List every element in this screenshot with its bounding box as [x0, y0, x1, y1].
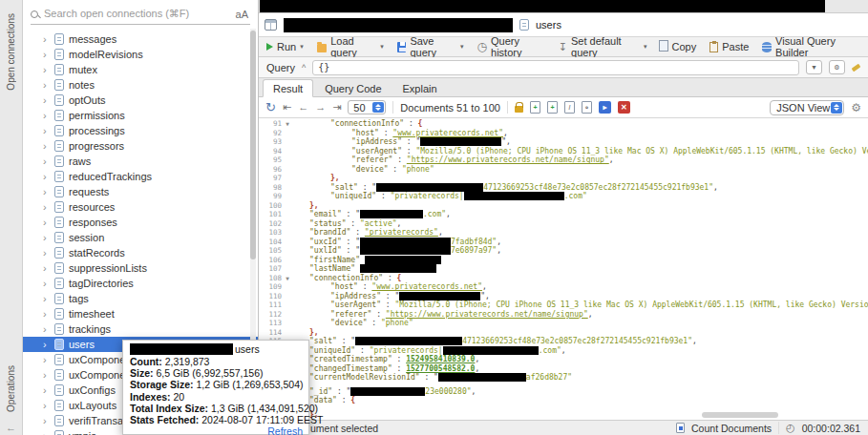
expand-chevron-icon[interactable]: › — [43, 309, 50, 320]
expand-chevron-icon[interactable]: › — [43, 279, 50, 289]
expand-chevron-icon[interactable]: › — [43, 111, 50, 121]
edit-document-icon[interactable] — [564, 101, 575, 114]
projection-filter-button[interactable]: ▼ — [806, 60, 822, 74]
gear-icon[interactable]: ⚙ — [851, 102, 861, 114]
expand-chevron-icon[interactable]: › — [43, 80, 50, 91]
expand-chevron-icon[interactable]: › — [43, 324, 50, 335]
sidebar-item-session[interactable]: ›session — [23, 230, 258, 245]
load-query-button[interactable]: Load query ▾ — [317, 35, 384, 58]
refresh-icon[interactable]: ↻ — [265, 101, 276, 114]
vertical-tab-operations[interactable]: Operations — [6, 365, 16, 412]
copy-button[interactable]: Copy — [661, 41, 697, 52]
fold-toggle-icon[interactable]: ▼ — [282, 275, 293, 281]
query-input[interactable]: {} — [312, 60, 799, 75]
expand-chevron-icon[interactable]: › — [43, 202, 50, 213]
tab-explain[interactable]: Explain — [393, 80, 447, 96]
expand-chevron-icon[interactable]: › — [43, 141, 50, 152]
tab-result[interactable]: Result — [263, 79, 313, 97]
sidebar-item-permissions[interactable]: ›permissions — [23, 108, 258, 123]
compare-documents-icon[interactable]: ▸ — [599, 101, 611, 114]
refresh-stats-link[interactable]: Refresh — [130, 425, 303, 435]
set-default-query-button[interactable]: ↧ Set default query ▾ — [559, 35, 647, 58]
add-document-icon[interactable] — [530, 101, 540, 114]
expand-chevron-icon[interactable]: › — [43, 233, 50, 243]
sidebar-item-mutex[interactable]: ›mutex — [23, 62, 258, 77]
expand-chevron-icon[interactable]: › — [43, 355, 50, 365]
expand-chevron-icon[interactable]: › — [43, 340, 50, 350]
expand-chevron-icon[interactable]: › — [43, 95, 50, 106]
expand-chevron-icon[interactable]: › — [43, 50, 50, 60]
horizontal-scrollbar-thumb[interactable] — [702, 412, 778, 418]
sidebar-item-suppressionLists[interactable]: ›suppressionLists — [23, 260, 258, 276]
last-page-button[interactable]: ⇥ — [332, 102, 341, 113]
sidebar-item-raws[interactable]: ›raws — [23, 154, 258, 169]
sidebar-item-notes[interactable]: ›notes — [23, 77, 258, 93]
stat-value: 1,2 GiB (1,269,653,504) — [196, 379, 303, 390]
fold-toggle-icon[interactable]: ▼ — [282, 120, 293, 127]
run-button[interactable]: Run ▾ — [266, 41, 304, 52]
expand-chevron-icon[interactable]: › — [43, 156, 50, 167]
expand-chevron-icon[interactable]: › — [43, 218, 50, 228]
count-documents-label[interactable]: Count Documents — [691, 423, 772, 434]
code-content: "connectionInfo" : { — [330, 119, 422, 128]
sidebar-item-optOuts[interactable]: ›optOuts — [23, 93, 258, 108]
match-case-toggle[interactable]: aA — [236, 9, 250, 20]
expand-chevron-icon[interactable]: › — [43, 263, 50, 274]
view-mode-spinner-icon[interactable] — [831, 102, 842, 114]
sidebar-item-resources[interactable]: ›resources — [23, 199, 258, 215]
sidebar-item-processings[interactable]: ›processings — [23, 123, 258, 138]
expand-chevron-icon[interactable]: › — [43, 248, 50, 259]
expand-chevron-icon[interactable]: › — [43, 172, 50, 182]
sidebar-item-modelRevisions[interactable]: ›modelRevisions — [23, 47, 258, 62]
expand-chevron-icon[interactable]: › — [43, 385, 50, 396]
paste-button[interactable]: Paste — [709, 41, 749, 52]
page-size-spinner-icon[interactable] — [372, 102, 384, 113]
sidebar-item-progressors[interactable]: ›progressors — [23, 138, 258, 154]
back-arrow-icon[interactable]: ← — [6, 422, 16, 433]
query-history-button[interactable]: ◷ Query history — [477, 35, 545, 58]
duplicate-document-icon[interactable] — [547, 101, 558, 114]
expand-chevron-icon[interactable]: › — [43, 65, 50, 75]
sidebar-item-messages[interactable]: ›messages — [23, 31, 258, 47]
expand-chevron-icon[interactable]: › — [43, 34, 50, 45]
sidebar-item-timesheet[interactable]: ›timesheet — [23, 306, 258, 321]
sidebar-item-tags[interactable]: ›tags — [23, 291, 258, 306]
collapse-query-icon[interactable]: ^ — [302, 63, 306, 72]
search-input[interactable]: Search open connections (⌘F) aA — [31, 4, 250, 25]
view-mode-select[interactable]: JSON View — [770, 100, 844, 115]
sidebar-item-statRecords[interactable]: ›statRecords — [23, 245, 258, 260]
visual-query-builder-button[interactable]: Visual Query Builder — [762, 35, 860, 58]
json-result-editor[interactable]: 91▼"connectionInfo" : {92"host" : "www.p… — [259, 118, 868, 420]
expand-chevron-icon[interactable]: › — [43, 401, 50, 411]
format-brush-icon[interactable] — [852, 63, 861, 71]
stat-label: Total Index Size: — [130, 403, 211, 414]
count-documents-icon[interactable] — [676, 423, 685, 433]
expand-chevron-icon[interactable]: › — [43, 431, 50, 435]
delete-document-icon[interactable]: ✕ — [618, 101, 630, 114]
expand-chevron-icon[interactable]: › — [43, 126, 50, 136]
expand-chevron-icon[interactable]: › — [43, 294, 50, 304]
page-size-select[interactable]: 50 — [348, 100, 386, 114]
code-content: "ipAddress" : "", — [330, 292, 490, 300]
sidebar-search-row: Search open connections (⌘F) aA — [23, 0, 258, 29]
status-bar: ument selected Count Documents ◴ 00:00:0… — [259, 420, 868, 435]
sidebar-item-reducedTrackings[interactable]: ›reducedTrackings — [23, 169, 258, 184]
sidebar-item-trackings[interactable]: ›trackings — [23, 321, 258, 337]
view-document-icon[interactable] — [582, 101, 592, 114]
query-options-button[interactable]: ⚙ — [829, 60, 845, 74]
next-page-button[interactable]: → — [315, 102, 326, 113]
expand-chevron-icon[interactable]: › — [43, 416, 50, 426]
prev-page-button[interactable]: ← — [298, 102, 308, 113]
lock-icon[interactable] — [515, 106, 523, 113]
vertical-tab-open-connections[interactable]: Open connections — [6, 13, 16, 91]
expand-chevron-icon[interactable]: › — [43, 370, 50, 381]
redacted-connection-name — [284, 18, 513, 32]
sidebar-item-tagDirectories[interactable]: ›tagDirectories — [23, 276, 258, 291]
save-query-button[interactable]: Save query ▾ — [397, 35, 464, 58]
sidebar-scrollbar-thumb[interactable] — [250, 31, 256, 259]
tab-query-code[interactable]: Query Code — [315, 80, 391, 96]
expand-chevron-icon[interactable]: › — [43, 187, 50, 197]
first-page-button[interactable]: ⇤ — [283, 102, 291, 113]
sidebar-item-responses[interactable]: ›responses — [23, 215, 258, 230]
sidebar-item-requests[interactable]: ›requests — [23, 184, 258, 199]
